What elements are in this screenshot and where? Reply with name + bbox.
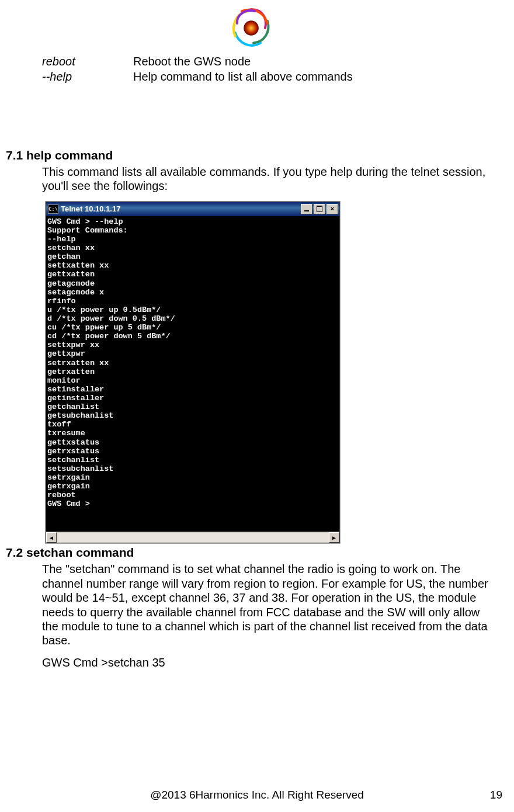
maximize-button[interactable] — [314, 204, 325, 214]
section-71-para: This command lists all available command… — [42, 165, 496, 193]
svg-point-0 — [244, 20, 259, 36]
section-72-para: The "setchan" command is to set what cha… — [42, 562, 496, 647]
commands-table: reboot Reboot the GWS node --help Help c… — [42, 54, 496, 84]
cmd-desc: Help command to list all above commands — [133, 69, 353, 84]
horizontal-scrollbar[interactable]: ◄ ► — [46, 532, 339, 543]
terminal-output[interactable]: GWS Cmd > --help Support Commands: --hel… — [46, 216, 339, 532]
page-number: 19 — [490, 789, 502, 801]
scroll-right-button[interactable]: ► — [329, 532, 339, 543]
cmd-prompt-icon: C:\ — [48, 204, 58, 214]
window-title: Telnet 10.10.1.17 — [61, 204, 300, 213]
cmd-name: reboot — [42, 54, 133, 69]
cmd-desc: Reboot the GWS node — [133, 54, 251, 69]
minimize-button[interactable] — [301, 204, 312, 214]
telnet-window: C:\ Telnet 10.10.1.17 × GWS Cmd > --help… — [46, 202, 340, 544]
page-footer: @2013 6Harmonics Inc. All Right Reserved — [0, 789, 514, 801]
section-heading-72: 7.2 setchan command — [6, 546, 496, 560]
cmd-name: --help — [42, 69, 133, 84]
table-row: reboot Reboot the GWS node — [42, 54, 496, 69]
company-logo — [228, 5, 275, 51]
section-heading-71: 7.1 help command — [6, 148, 496, 162]
close-button[interactable]: × — [327, 204, 338, 214]
window-titlebar[interactable]: C:\ Telnet 10.10.1.17 × — [46, 202, 339, 216]
scroll-track[interactable] — [57, 533, 329, 542]
example-command: GWS Cmd >setchan 35 — [42, 656, 496, 669]
table-row: --help Help command to list all above co… — [42, 69, 496, 84]
scroll-left-button[interactable]: ◄ — [46, 532, 57, 543]
